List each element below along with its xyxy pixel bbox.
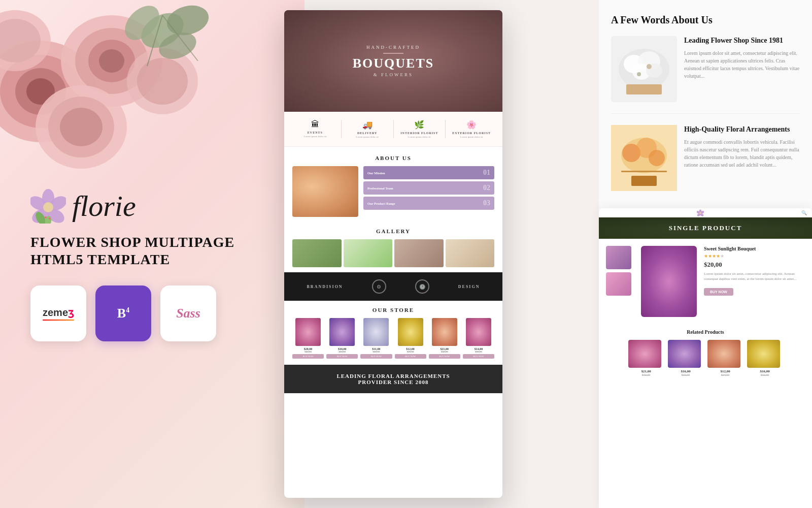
- brand-icon-circle: ⚙: [372, 279, 386, 294]
- logo-icon: [30, 188, 66, 224]
- product-btn-3[interactable]: BUY NOW: [360, 354, 392, 359]
- nav-home: HOME: [604, 212, 612, 214]
- product-btn-1[interactable]: BUY NOW: [292, 354, 324, 359]
- services-bar: 🏛 EVENTS Lorem ipsum dolor sit 🚚 DELIVER…: [284, 112, 502, 147]
- product-btn-6[interactable]: BUY NOW: [463, 354, 494, 359]
- service-exterior: 🌸 EXTERIOR FLORIST Lorem ipsum dolor sit: [446, 120, 497, 138]
- service-delivery: 🚚 DELIVERY Lorem ipsum dolor sit: [342, 120, 393, 138]
- product-mockup-nav: HOME ABOUT US STUDIO florie BUY: [599, 208, 812, 217]
- footer-banner: LEADING FLORAL ARRANGEMENTS PROVIDER SIN…: [284, 365, 502, 393]
- about-card-text-2: Et augue commodi convallis lobortis vehi…: [684, 138, 800, 169]
- product-card-5: $21,00 $42,00 BUY NOW: [429, 318, 460, 359]
- related-item-2: $16,00 $32,00: [668, 340, 703, 376]
- about-section: ABOUT US Our Mission 01 Professional Tea…: [284, 147, 502, 222]
- product-img-5: [432, 318, 457, 346]
- nav-studio: STUDIO: [632, 212, 641, 214]
- gallery-grid: [292, 239, 494, 267]
- service-events-desc: Lorem ipsum dolor sit: [289, 135, 341, 138]
- product-img-2: [329, 318, 355, 346]
- accordion-item-1: Our Mission 01: [363, 166, 494, 179]
- product-img-3: [363, 318, 389, 346]
- mockup-hero: HAND-CRAFTED BOUQUETS & FLOWERS: [284, 10, 502, 112]
- hero-title: BOUQUETS: [353, 57, 434, 70]
- badge-sass: Sass: [160, 285, 216, 341]
- about-content: Our Mission 01 Professional Team 02 Our …: [292, 166, 494, 217]
- product-btn-5[interactable]: BUY NOW: [429, 354, 460, 359]
- product-details: Sweet Sunlight Bouquet ★★★★★ $20,00 Lore…: [704, 246, 805, 317]
- product-thumbnails: [606, 246, 634, 317]
- tagline: FLOWER SHOP MULTIPAGE HTML5 TEMPLATE: [30, 234, 294, 268]
- interior-icon: 🌿: [394, 120, 446, 130]
- product-btn-2[interactable]: BUY NOW: [326, 354, 358, 359]
- product-old-price-2: $20,00: [326, 351, 358, 353]
- about-card-heading-1: Leading Flower Shop Since 1981: [684, 36, 800, 45]
- related-old-3: $24,00: [707, 373, 743, 376]
- accordion-num-3: 03: [483, 199, 490, 207]
- center-mockup: HAND-CRAFTED BOUQUETS & FLOWERS 🏛 EVENTS…: [284, 10, 502, 498]
- svg-point-29: [45, 216, 47, 218]
- product-img-1: [295, 318, 321, 346]
- accordion-label-3: Our Product Range: [367, 202, 395, 205]
- store-section: OUR STORE $20,00 $40,00 BUY NOW $10,00 $…: [284, 301, 502, 365]
- svg-point-30: [49, 217, 51, 219]
- store-title: OUR STORE: [292, 307, 494, 313]
- product-desc: Lorem ipsum dolor sit amet, consectetur …: [704, 272, 805, 282]
- accordion-label-2: Professional Team: [367, 186, 393, 190]
- product-thumb-2: [606, 272, 631, 296]
- related-title: Related Products: [606, 329, 805, 335]
- related-item-3: $12,00 $24,00: [707, 340, 743, 376]
- product-main-image: [641, 246, 697, 317]
- product-body: Sweet Sunlight Bouquet ★★★★★ $20,00 Lore…: [599, 239, 812, 324]
- product-thumb-1: [606, 246, 631, 269]
- related-grid: $21,00 $42,00 $16,00 $32,00 $12,00 $24,0…: [606, 340, 805, 376]
- product-card-3: $11,00 $22,00 BUY NOW: [360, 318, 392, 359]
- accordion-item-3: Our Product Range 03: [363, 197, 494, 210]
- service-delivery-desc: Lorem ipsum dolor sit: [342, 136, 393, 138]
- related-img-2: [668, 340, 701, 368]
- related-products: Related Products $21,00 $42,00 $16,00 $3…: [599, 324, 812, 382]
- tagline-line2: HTML5 TEMPLATE: [30, 251, 294, 268]
- about-card-content-2: High-Quality Floral Arrangements Et augu…: [684, 125, 800, 191]
- service-events-label: EVENTS: [289, 131, 341, 134]
- pm-logo: florie: [697, 209, 717, 216]
- bootstrap-label: B4: [117, 306, 129, 321]
- sass-label: Sass: [176, 306, 200, 321]
- product-card-2: $10,00 $20,00 BUY NOW: [326, 318, 358, 359]
- related-price-1: $21,00: [628, 369, 664, 373]
- related-old-4: $32,00: [747, 373, 783, 376]
- related-old-2: $32,00: [668, 373, 703, 376]
- about-accordion: Our Mission 01 Professional Team 02 Our …: [363, 166, 494, 217]
- badge-bootstrap: B4: [95, 285, 151, 341]
- search-icon[interactable]: 🔍: [801, 210, 807, 215]
- brand-logo-1: BRANDISION: [307, 284, 343, 289]
- product-grid: $20,00 $40,00 BUY NOW $10,00 $20,00 BUY …: [292, 318, 494, 359]
- service-interior-label: INTERIOR FLORIST: [394, 132, 446, 135]
- about-card-1: Leading Flower Shop Since 1981 Lorem ips…: [611, 36, 800, 114]
- product-page-title: SINGLE PRODUCT: [669, 224, 742, 232]
- about-card-content-1: Leading Flower Shop Since 1981 Lorem ips…: [684, 36, 800, 102]
- logo-area: florie: [30, 188, 294, 224]
- gallery-title: GALLERY: [292, 228, 494, 234]
- svg-rect-39: [626, 84, 662, 94]
- about-card-2: High-Quality Floral Arrangements Et augu…: [611, 125, 800, 202]
- gallery-thumb-1: [292, 239, 342, 267]
- product-card-4: $12,00 $25,00 BUY NOW: [395, 318, 426, 359]
- about-card-img-2: [611, 125, 677, 191]
- service-interior: 🌿 INTERIOR FLORIST Lorem ipsum dolor sit: [394, 120, 446, 138]
- nav-contact: CONTACT US: [782, 212, 797, 214]
- buy-now-button[interactable]: BUY NOW: [704, 288, 733, 296]
- accordion-item-2: Professional Team 02: [363, 181, 494, 195]
- accordion-num-2: 02: [483, 184, 490, 192]
- product-btn-4[interactable]: BUY NOW: [395, 354, 426, 359]
- svg-point-26: [43, 202, 53, 212]
- svg-point-52: [699, 212, 701, 214]
- product-card-1: $20,00 $40,00 BUY NOW: [292, 318, 324, 359]
- about-card-heading-2: High-Quality Floral Arrangements: [684, 125, 800, 134]
- product-name: Sweet Sunlight Bouquet: [704, 246, 805, 251]
- related-price-3: $12,00: [707, 369, 743, 373]
- product-price: $20,00: [704, 261, 805, 269]
- zemes-label: zemeʒ: [43, 306, 74, 319]
- gallery-thumb-4: [446, 239, 495, 267]
- product-page-title-bar: SINGLE PRODUCT: [599, 217, 812, 239]
- nav-shop: BUY: [772, 212, 778, 214]
